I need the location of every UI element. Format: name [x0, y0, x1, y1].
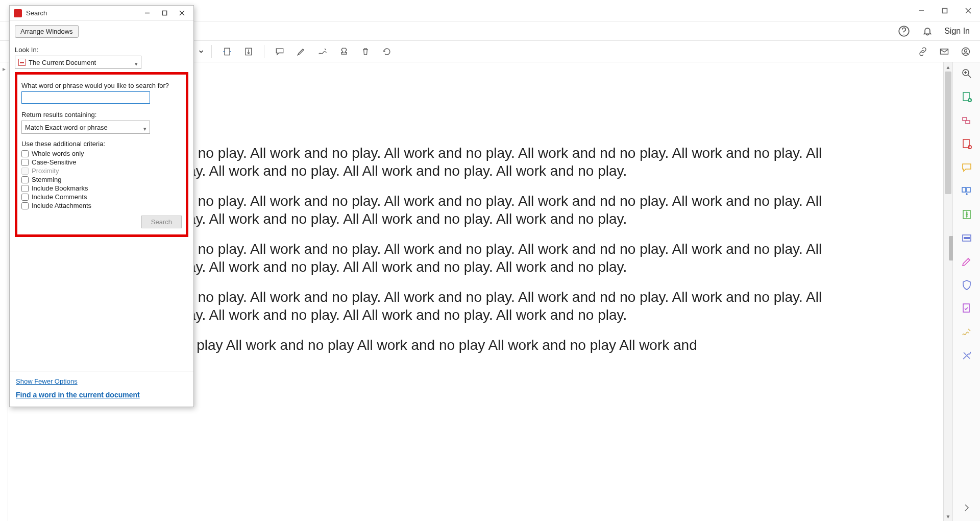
find-word-link[interactable]: Find a word in the current document	[16, 391, 140, 399]
scroll-thumb[interactable]	[945, 72, 951, 194]
comment-icon[interactable]	[271, 42, 289, 61]
search-button[interactable]: Search	[141, 216, 182, 228]
fit-width-icon[interactable]	[218, 42, 236, 61]
case-sensitive-checkbox[interactable]	[21, 159, 29, 166]
compress-icon[interactable]	[961, 208, 973, 221]
notifications-icon[interactable]	[921, 25, 934, 38]
dialog-minimize-button[interactable]	[138, 7, 156, 19]
criteria-label-text: Proximity	[32, 167, 59, 175]
help-icon[interactable]	[897, 25, 911, 38]
search-options-highlight: What word or phrase would you like to se…	[15, 72, 188, 237]
criteria-list: Whole words only Case-Sensitive Proximit…	[21, 150, 182, 209]
criteria-stemming: Stemming	[21, 176, 182, 183]
look-in-label: Look In:	[15, 46, 188, 54]
look-in-dropdown[interactable]: The Current Document ▾	[15, 56, 141, 69]
rotate-icon[interactable]	[378, 42, 396, 61]
signature-icon[interactable]	[961, 326, 973, 338]
doc-paragraph: All work and no play All work and no pla…	[95, 336, 850, 354]
search-input[interactable]	[21, 91, 150, 104]
doc-paragraph: ay. All work and no play. All work and n…	[95, 240, 850, 276]
svg-rect-28	[967, 187, 970, 192]
criteria-whole-words: Whole words only	[21, 150, 182, 157]
doc-paragraph: ay. All work and no play. All work and n…	[95, 192, 850, 228]
criteria-label-text: Whole words only	[32, 150, 84, 157]
right-tool-rail	[952, 62, 980, 521]
account-icon[interactable]	[957, 42, 975, 61]
left-pane-toggle[interactable]: ▸	[0, 62, 8, 521]
criteria-attachments: Include Attachments	[21, 202, 182, 209]
delete-icon[interactable]	[356, 42, 375, 61]
email-icon[interactable]	[935, 42, 953, 61]
svg-rect-31	[964, 237, 970, 239]
expand-rail-icon[interactable]	[961, 502, 973, 514]
dialog-maximize-button[interactable]	[156, 7, 173, 19]
criteria-label-text: Include Comments	[32, 193, 87, 201]
svg-point-16	[965, 49, 967, 52]
sign-in-link[interactable]: Sign In	[944, 27, 970, 36]
stemming-checkbox[interactable]	[21, 176, 29, 183]
search-dialog-titlebar[interactable]: Search	[10, 6, 193, 21]
include-comments-checkbox[interactable]	[21, 194, 29, 201]
scroll-up-icon[interactable]: ▲	[944, 62, 952, 72]
protect-icon[interactable]	[961, 279, 973, 291]
comment-tool-icon[interactable]	[961, 161, 973, 174]
redact-icon[interactable]	[961, 232, 973, 244]
zoom-dropdown[interactable]	[197, 49, 205, 54]
whole-words-checkbox[interactable]	[21, 150, 29, 157]
criteria-label-text: Include Bookmarks	[32, 184, 88, 192]
return-results-label: Return results containing:	[21, 111, 182, 119]
dialog-close-button[interactable]	[173, 7, 190, 19]
svg-rect-12	[225, 48, 230, 55]
include-attachments-checkbox[interactable]	[21, 202, 29, 209]
export-pdf-icon[interactable]	[961, 138, 973, 150]
more-tools-icon[interactable]	[961, 349, 973, 362]
criteria-case-sensitive: Case-Sensitive	[21, 158, 182, 166]
svg-rect-23	[963, 117, 967, 121]
criteria-proximity: Proximity	[21, 167, 182, 175]
svg-rect-34	[162, 11, 166, 15]
chevron-down-icon: ▾	[143, 126, 146, 132]
doc-paragraph: ay. All work and no play. All work and n…	[95, 144, 850, 180]
draw-icon[interactable]	[313, 42, 332, 61]
create-pdf-icon[interactable]	[961, 91, 973, 103]
svg-point-5	[904, 34, 904, 34]
stamp-icon[interactable]	[335, 42, 353, 61]
fill-sign-icon[interactable]	[961, 302, 973, 315]
document-scrollbar[interactable]: ▲ ▼	[943, 62, 952, 521]
svg-rect-24	[966, 121, 970, 124]
search-dialog: Search Arrange Windows Look In: The Curr…	[9, 5, 194, 407]
main-minimize-button[interactable]	[910, 3, 933, 19]
organize-icon[interactable]	[961, 185, 973, 197]
adobe-app-icon	[14, 9, 22, 17]
criteria-label-text: Stemming	[32, 176, 62, 183]
edit-icon[interactable]	[961, 255, 973, 268]
highlight-icon[interactable]	[292, 42, 310, 61]
link-icon[interactable]	[914, 42, 932, 61]
fit-page-icon[interactable]	[239, 42, 258, 61]
svg-rect-1	[943, 8, 947, 13]
search-icon[interactable]	[961, 67, 973, 80]
criteria-label-text: Case-Sensitive	[32, 158, 76, 166]
main-close-button[interactable]	[957, 3, 980, 19]
right-rail-collapse[interactable]	[949, 236, 953, 260]
show-fewer-options-link[interactable]: Show Fewer Options	[16, 377, 78, 385]
svg-line-18	[968, 75, 971, 78]
search-dialog-title: Search	[26, 9, 138, 17]
svg-rect-32	[963, 304, 969, 312]
search-dialog-footer: Show Fewer Options Find a word in the cu…	[10, 371, 193, 407]
criteria-label: Use these additional criteria:	[21, 140, 182, 148]
search-prompt-label: What word or phrase would you like to se…	[21, 82, 182, 89]
look-in-value: The Current Document	[29, 59, 96, 66]
return-results-dropdown[interactable]: Match Exact word or phrase ▾	[21, 121, 150, 134]
main-maximize-button[interactable]	[933, 3, 957, 19]
document-icon	[18, 59, 26, 66]
combine-icon[interactable]	[961, 114, 973, 127]
return-results-value: Match Exact word or phrase	[25, 124, 108, 131]
arrange-windows-button[interactable]: Arrange Windows	[15, 25, 79, 38]
include-bookmarks-checkbox[interactable]	[21, 185, 29, 192]
svg-rect-27	[962, 187, 966, 192]
chevron-down-icon: ▾	[135, 61, 138, 67]
criteria-comments: Include Comments	[21, 193, 182, 201]
proximity-checkbox	[21, 168, 29, 175]
scroll-down-icon[interactable]: ▼	[944, 512, 952, 521]
